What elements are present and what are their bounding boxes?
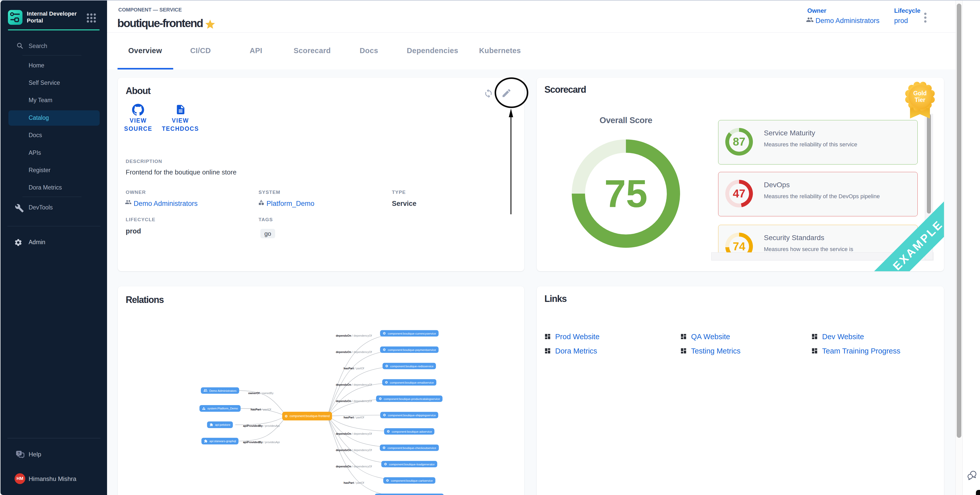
- svg-text:?: ?: [18, 451, 20, 455]
- svg-text:Tier: Tier: [915, 97, 925, 103]
- svg-text:Gold: Gold: [913, 90, 927, 97]
